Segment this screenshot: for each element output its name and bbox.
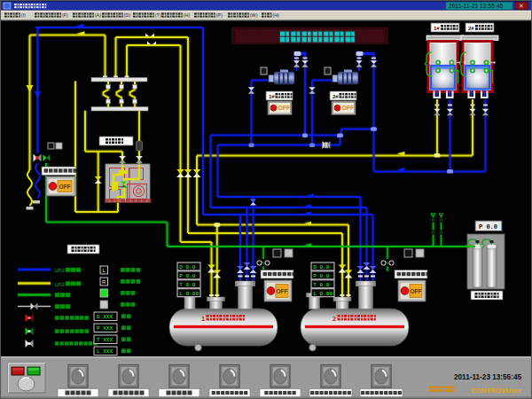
svg-text:2: 2 [332,315,336,323]
svg-text:LPG: LPG [55,282,65,287]
svg-text:1#: 1# [434,26,440,31]
svg-text:1: 1 [201,315,205,323]
svg-text:2011-11-23 13:55:45: 2011-11-23 13:55:45 [449,3,504,9]
svg-text:LPG: LPG [55,268,65,273]
svg-text:L 0.00: L 0.00 [313,291,332,297]
svg-text:P 0.0: P 0.0 [179,273,196,279]
svg-text:L XXX: L XXX [97,348,113,355]
svg-text:P XXX: P XXX [97,325,113,332]
svg-text:1#: 1# [269,94,275,99]
svg-text:CONTROXUser: CONTROXUser [471,387,521,395]
svg-text:P 0.0: P 0.0 [479,223,497,231]
svg-text:OFF: OFF [410,288,421,294]
svg-text:(A): (A) [95,12,101,18]
svg-text:(P): (P) [216,12,223,18]
svg-text:2011-11-23 13:55:45: 2011-11-23 13:55:45 [454,373,521,381]
svg-text::: : [458,387,459,394]
svg-text:R: R [102,279,106,285]
svg-text:OFF: OFF [278,105,291,111]
svg-text:T 0.0: T 0.0 [313,282,330,288]
svg-text:OFF: OFF [59,184,70,190]
svg-text:D 0.0: D 0.0 [313,264,330,270]
svg-text:(T): (T) [155,12,161,18]
svg-text:OFF: OFF [342,105,355,111]
svg-text:2#: 2# [468,26,474,31]
svg-text:(W): (W) [250,12,258,18]
svg-text:OFF: OFF [276,288,287,294]
svg-text:(I): (I) [21,12,26,18]
svg-text:(D): (D) [124,12,131,18]
svg-text:T XXX: T XXX [97,337,113,343]
svg-text:(H): (H) [272,12,279,18]
svg-text:2#: 2# [332,94,339,99]
svg-text:D XXX: D XXX [97,314,113,320]
svg-text:✕: ✕ [519,3,524,9]
svg-text:P 0.0: P 0.0 [313,273,330,279]
svg-text:L 0.00: L 0.00 [179,291,199,297]
svg-text:(H): (H) [184,12,191,18]
svg-text:(F): (F) [62,12,68,18]
svg-text:D 0.0: D 0.0 [179,264,196,270]
svg-text:T 0.0: T 0.0 [179,282,196,288]
